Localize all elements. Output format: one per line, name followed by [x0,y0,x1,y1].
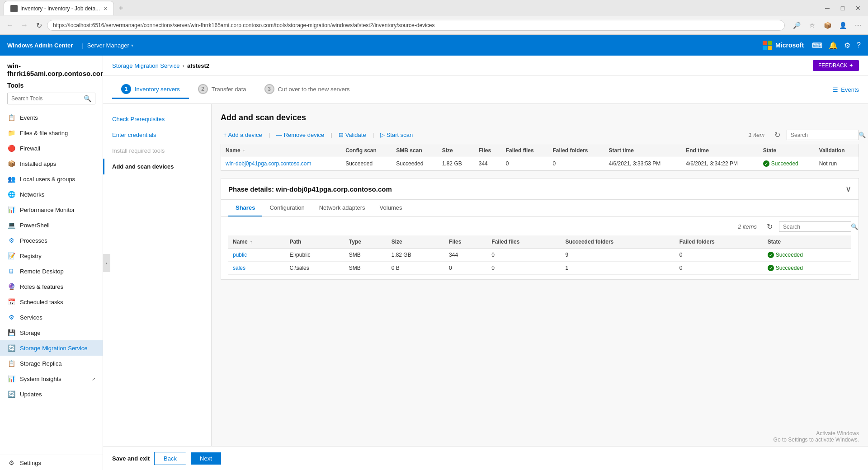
col-start-time[interactable]: Start time [604,144,682,157]
back-button-footer[interactable]: Back [154,452,186,465]
sidebar-item-performance[interactable]: 📊 Performance Monitor [0,202,103,217]
feedback-button[interactable]: FEEDBACK ✦ [813,60,859,71]
shares-search-input[interactable] [783,224,851,230]
notifications-icon[interactable]: 🔔 [829,41,838,50]
sidebar-item-insights[interactable]: 📊 System Insights ↗ [0,371,103,386]
ms-squares [763,41,772,50]
tab-close-button[interactable]: × [104,5,107,12]
remove-device-button[interactable]: — Remove device [274,130,327,140]
active-tab[interactable]: Inventory - Inventory - Job deta... × [4,1,114,15]
favorites-button[interactable]: ☆ [806,19,818,32]
sh-col-failed-folders[interactable]: Failed folders [675,235,763,249]
breadcrumb-parent[interactable]: Storage Migration Service [112,62,180,69]
topbar-divider: | [82,42,83,49]
events-button[interactable]: ☰ Events [833,86,859,93]
sidebar-item-events[interactable]: 📋 Events [0,110,103,125]
sub-tab-volumes[interactable]: Volumes [373,200,410,216]
settings-menu-button[interactable]: ⋯ [852,19,864,32]
server-manager-link[interactable]: Server Manager ▾ [87,42,133,49]
sh-col-state[interactable]: State [763,235,851,249]
profile-button[interactable]: 👤 [836,19,849,32]
sidebar-item-registry[interactable]: 📝 Registry [0,248,103,263]
sidebar-item-storage[interactable]: 💾 Storage [0,325,103,340]
col-name[interactable]: Name ↑ [221,144,341,157]
settings-icon[interactable]: ⚙ [844,41,850,50]
sidebar-item-files[interactable]: 📁 Files & file sharing [0,125,103,141]
step-circle-1: 1 [121,84,131,94]
read-aloud-button[interactable]: 🔎 [790,19,803,32]
sidebar-item-firewall[interactable]: 🔴 Firewall [0,141,103,156]
validate-button[interactable]: ⊞ Validate [336,130,369,140]
shares-search[interactable]: 🔍 [779,221,851,232]
step-label-3: Cut over to the new servers [278,86,350,93]
sidebar-item-scheduled[interactable]: 📅 Scheduled tasks [0,294,103,310]
sh-col-type[interactable]: Type [344,235,387,249]
forward-button[interactable]: → [18,19,31,32]
sidebar-item-updates[interactable]: 🔄 Updates [0,386,103,402]
sidebar-item-sms[interactable]: 🔄 Storage Migration Service [0,340,103,356]
sh-cell-path: C:\sales [285,262,344,275]
menu-label-check: Check Prerequisites [112,116,165,122]
search-tools-container[interactable]: 🔍 [7,93,95,104]
sidebar-item-installed[interactable]: 📦 Installed apps [0,156,103,171]
sub-tab-configuration[interactable]: Configuration [262,200,311,216]
minimize-button[interactable]: ─ [821,2,834,14]
devices-search-input[interactable] [791,132,859,138]
window-close-button[interactable]: ✕ [852,2,864,14]
sidebar-item-networks[interactable]: 🌐 Networks [0,187,103,202]
refresh-button[interactable]: ↻ [33,19,45,32]
menu-item-check[interactable]: Check Prerequisites [103,111,211,127]
phase-header[interactable]: Phase details: win-dobj0p41pga.corp.cont… [221,179,859,200]
step-tab-1[interactable]: 1 Inventory servers [112,80,189,99]
refresh-button-devices[interactable]: ↻ [772,130,783,140]
sh-col-name[interactable]: Name ↑ [228,235,285,249]
help-icon[interactable]: ? [857,41,861,49]
col-files[interactable]: Files [474,144,501,157]
share-link[interactable]: sales [233,265,245,271]
menu-item-credentials[interactable]: Enter credentials [103,127,211,143]
sidebar-item-settings[interactable]: ⚙ Settings [0,455,103,470]
devices-search[interactable]: 🔍 [787,130,859,140]
step-tab-2[interactable]: 2 Transfer data [189,80,255,99]
col-failed-files[interactable]: Failed files [501,144,548,157]
new-tab-button[interactable]: + [116,4,126,13]
collections-button[interactable]: 📦 [821,19,834,32]
menu-item-scan[interactable]: Add and scan devices [103,159,211,174]
col-end-time[interactable]: End time [681,144,759,157]
sh-col-path[interactable]: Path [285,235,344,249]
restore-button[interactable]: □ [836,2,849,14]
sh-col-succeeded-folders[interactable]: Succeeded folders [561,235,675,249]
sidebar-item-roles[interactable]: 🔮 Roles & features [0,279,103,294]
step-tab-3[interactable]: 3 Cut over to the new servers [255,80,359,99]
col-state[interactable]: State [759,144,815,157]
phase-sub-tabs: Shares Configuration Network adapters Vo… [221,200,859,217]
terminal-icon[interactable]: ⌨ [812,41,822,50]
sh-col-files[interactable]: Files [444,235,487,249]
sub-tab-network[interactable]: Network adapters [312,200,373,216]
col-failed-folders[interactable]: Failed folders [548,144,604,157]
sub-tab-shares[interactable]: Shares [228,200,262,216]
sidebar-item-services[interactable]: ⚙ Services [0,310,103,325]
col-config-scan[interactable]: Config scan [341,144,392,157]
back-button[interactable]: ← [4,19,16,32]
address-bar[interactable]: https://localhost:6516/servermanager/con… [47,20,785,31]
sh-col-failed-files[interactable]: Failed files [487,235,561,249]
share-link[interactable]: public [233,252,247,258]
start-scan-button[interactable]: ▷ Start scan [377,130,415,140]
sidebar-item-replica[interactable]: 📋 Storage Replica [0,356,103,371]
col-size[interactable]: Size [438,144,474,157]
add-device-button[interactable]: + Add a device [221,130,265,140]
col-smb-scan[interactable]: SMB scan [392,144,437,157]
sidebar-item-processes[interactable]: ⚙ Processes [0,233,103,248]
sh-col-size[interactable]: Size [387,235,444,249]
search-tools-input[interactable] [11,95,84,102]
sidebar-item-powershell[interactable]: 💻 PowerShell [0,217,103,233]
sidebar-collapse-button[interactable]: ‹ [103,254,110,272]
col-validation[interactable]: Validation [815,144,859,157]
refresh-shares-button[interactable]: ↻ [764,221,775,232]
sidebar-item-remote[interactable]: 🖥 Remote Desktop [0,263,103,279]
sidebar-item-users[interactable]: 👥 Local users & groups [0,171,103,187]
server-manager-chevron: ▾ [131,43,133,48]
next-button-footer[interactable]: Next [191,452,221,465]
phase-expand-icon[interactable]: ∨ [845,184,851,194]
